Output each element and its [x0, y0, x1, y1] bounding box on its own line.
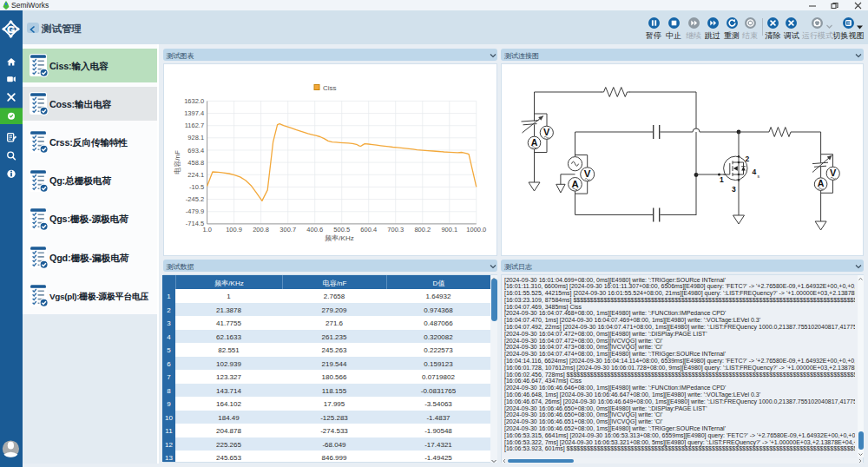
svg-text:A: A: [818, 178, 825, 188]
svg-text:V: V: [584, 168, 591, 179]
svg-text:2: 2: [746, 155, 750, 163]
svg-text:1397.4: 1397.4: [184, 109, 204, 117]
svg-text:400.6: 400.6: [306, 226, 323, 234]
svg-text:100.9: 100.9: [226, 226, 242, 234]
svg-text:A: A: [531, 137, 538, 148]
svg-text:s: s: [758, 174, 760, 179]
svg-text:1162.7: 1162.7: [185, 122, 204, 129]
svg-text:-479.9: -479.9: [186, 207, 204, 215]
svg-text:1: 1: [720, 175, 724, 184]
svg-text:-714.5: -714.5: [186, 220, 204, 227]
svg-text:800.2: 800.2: [414, 226, 431, 234]
svg-text:电容/nF: 电容/nF: [174, 150, 181, 174]
svg-text:224.1: 224.1: [187, 171, 204, 179]
svg-text:458.8: 458.8: [187, 159, 204, 167]
svg-text:1000.0: 1000.0: [466, 226, 486, 234]
svg-text:1632.0: 1632.0: [184, 97, 204, 105]
svg-text:4: 4: [753, 168, 757, 176]
svg-text:G: G: [7, 24, 15, 35]
svg-text:600.4: 600.4: [360, 226, 377, 234]
svg-text:693.4: 693.4: [187, 147, 204, 155]
svg-text:500.5: 500.5: [333, 226, 350, 234]
svg-text:3: 3: [732, 185, 736, 194]
svg-text:928.1: 928.1: [187, 134, 204, 141]
svg-text:200.8: 200.8: [253, 226, 269, 234]
svg-text:300.7: 300.7: [279, 226, 296, 234]
svg-text:700.3: 700.3: [387, 226, 404, 234]
svg-text:V: V: [543, 127, 550, 137]
svg-text:V: V: [830, 168, 837, 178]
svg-text:-10.5: -10.5: [189, 183, 204, 191]
svg-text:-245.2: -245.2: [186, 195, 204, 203]
svg-text:频率/KHz: 频率/KHz: [325, 234, 353, 242]
svg-text:900.1: 900.1: [441, 226, 457, 234]
svg-text:1.0: 1.0: [202, 226, 211, 234]
svg-text:Ciss: Ciss: [323, 84, 337, 92]
svg-text:A: A: [571, 179, 578, 189]
